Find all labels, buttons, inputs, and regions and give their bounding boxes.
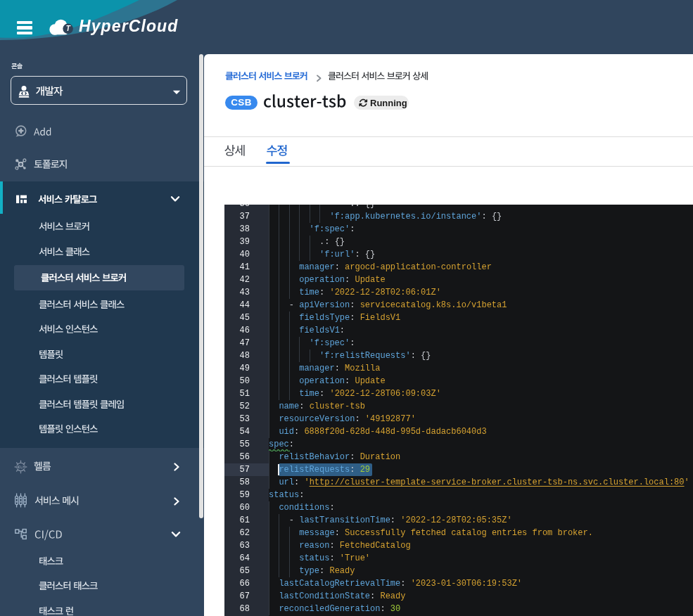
svg-text:T: T (66, 25, 71, 32)
